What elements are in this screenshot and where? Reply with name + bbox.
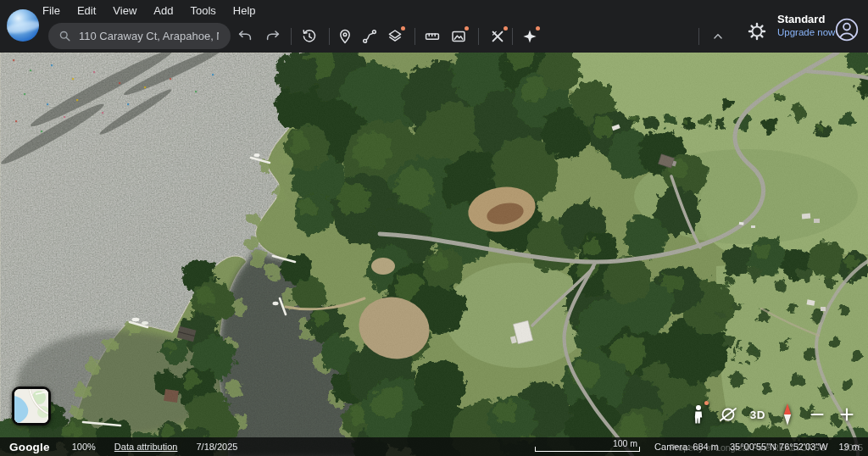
menu-view[interactable]: View bbox=[104, 4, 145, 17]
toolbar-separator bbox=[512, 28, 513, 45]
toolbar-separator bbox=[698, 28, 699, 45]
toolbar-separator bbox=[478, 28, 479, 45]
toolbar-separator bbox=[415, 28, 415, 45]
settings-button[interactable] bbox=[746, 20, 768, 42]
chevron-up-icon bbox=[710, 29, 726, 44]
sparkle-icon bbox=[521, 28, 538, 45]
placemark-pin-icon bbox=[337, 28, 353, 45]
search-input[interactable] bbox=[79, 30, 219, 42]
google-earth-app: File Edit View Add Tools Help bbox=[0, 0, 868, 456]
historical-imagery-button[interactable] bbox=[297, 24, 322, 49]
add-path-button[interactable] bbox=[357, 24, 382, 49]
menu-add[interactable]: Add bbox=[145, 4, 181, 17]
new-feature-badge bbox=[536, 26, 540, 31]
menu-file[interactable]: File bbox=[34, 4, 69, 17]
upgrade-now-link[interactable]: Upgrade now bbox=[777, 27, 835, 38]
minimap-preview-icon bbox=[14, 389, 48, 423]
map-view-controls: 3D bbox=[680, 402, 858, 427]
measure-button[interactable] bbox=[420, 24, 445, 49]
map-scale-bar: 100 m bbox=[535, 439, 640, 454]
ruler-icon bbox=[424, 28, 441, 45]
plan-block: Standard Upgrade now bbox=[777, 14, 835, 38]
satellite-map-canvas[interactable]: 3D bbox=[0, 53, 868, 456]
undo-button[interactable] bbox=[232, 24, 258, 49]
toolbar-separator bbox=[329, 28, 330, 45]
photos-button[interactable] bbox=[446, 24, 471, 49]
collapse-toolbar-button[interactable] bbox=[708, 26, 728, 47]
status-right-group: 100 m Camera: 684 m 35°00'55"N 76°52'03"… bbox=[535, 439, 868, 454]
scale-bracket bbox=[535, 447, 640, 452]
menu-tools[interactable]: Tools bbox=[181, 4, 224, 17]
satellite-imagery bbox=[0, 53, 868, 456]
tools-button[interactable] bbox=[485, 24, 510, 49]
compass-button[interactable] bbox=[776, 402, 798, 427]
menu-edit[interactable]: Edit bbox=[69, 4, 104, 17]
add-placemark-button[interactable] bbox=[332, 24, 358, 49]
coordinates-readout: 35°00'55"N 76°52'03"W bbox=[730, 442, 828, 452]
status-bar: Google 100% Data attribution 7/18/2025 1… bbox=[0, 437, 868, 456]
crossed-tools-icon bbox=[489, 28, 506, 45]
historical-imagery-icon bbox=[301, 28, 318, 45]
ai-features-button[interactable] bbox=[517, 24, 542, 49]
photo-image-icon bbox=[450, 28, 467, 45]
3d-toggle-button[interactable]: 3D bbox=[747, 402, 769, 427]
orbit-planet-icon bbox=[718, 404, 738, 425]
new-feature-badge bbox=[465, 26, 469, 31]
undo-icon bbox=[236, 28, 253, 45]
layers-button[interactable] bbox=[382, 24, 408, 49]
google-wordmark: Google bbox=[9, 441, 50, 453]
gear-icon bbox=[748, 22, 766, 41]
search-icon bbox=[58, 30, 71, 42]
redo-icon bbox=[264, 28, 281, 45]
map-style-thumbnail[interactable] bbox=[12, 386, 51, 425]
redo-button[interactable] bbox=[260, 24, 286, 49]
new-feature-badge bbox=[401, 26, 405, 31]
compass-needle-icon bbox=[780, 402, 795, 427]
account-avatar-button[interactable] bbox=[834, 17, 860, 42]
menu-bar: File Edit View Add Tools Help bbox=[34, 0, 264, 20]
plan-name: Standard bbox=[777, 14, 835, 26]
layers-icon bbox=[387, 28, 403, 45]
plus-icon bbox=[839, 407, 854, 422]
zoom-in-button[interactable] bbox=[836, 402, 858, 427]
data-attribution-link[interactable]: Data attribution bbox=[114, 442, 178, 452]
path-route-icon bbox=[361, 28, 378, 45]
top-bar: File Edit View Add Tools Help bbox=[0, 0, 868, 53]
orbit-toggle-button[interactable] bbox=[717, 402, 739, 427]
camera-altitude-readout: Camera: 684 m bbox=[654, 442, 719, 452]
street-view-pegman-button[interactable] bbox=[687, 402, 709, 427]
avatar-person-icon bbox=[834, 17, 860, 42]
new-feature-badge bbox=[704, 401, 709, 405]
imagery-date: 7/18/2025 bbox=[196, 442, 237, 452]
menu-help[interactable]: Help bbox=[225, 4, 264, 17]
elevation-readout: 19 m bbox=[839, 442, 860, 452]
pegman-icon bbox=[691, 404, 706, 425]
zoom-level-readout: 100% bbox=[72, 442, 96, 452]
search-box[interactable] bbox=[48, 23, 231, 49]
minus-icon bbox=[810, 407, 825, 422]
zoom-out-button[interactable] bbox=[806, 402, 828, 427]
toolbar-separator bbox=[291, 28, 292, 45]
new-feature-badge bbox=[504, 26, 508, 31]
